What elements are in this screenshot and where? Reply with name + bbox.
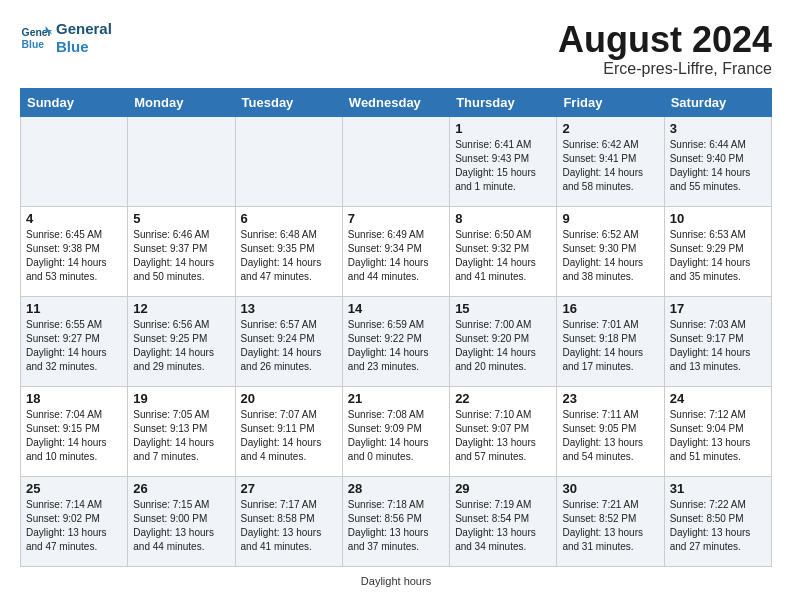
calendar-row-4: 25Sunrise: 7:14 AM Sunset: 9:02 PM Dayli… (21, 476, 772, 566)
day-number: 28 (348, 481, 444, 496)
day-number: 31 (670, 481, 766, 496)
day-number: 21 (348, 391, 444, 406)
day-number: 11 (26, 301, 122, 316)
day-info: Sunrise: 6:59 AM Sunset: 9:22 PM Dayligh… (348, 318, 444, 374)
day-info: Sunrise: 6:45 AM Sunset: 9:38 PM Dayligh… (26, 228, 122, 284)
calendar-cell: 21Sunrise: 7:08 AM Sunset: 9:09 PM Dayli… (342, 386, 449, 476)
day-info: Sunrise: 6:52 AM Sunset: 9:30 PM Dayligh… (562, 228, 658, 284)
day-number: 9 (562, 211, 658, 226)
day-info: Sunrise: 6:42 AM Sunset: 9:41 PM Dayligh… (562, 138, 658, 194)
day-number: 30 (562, 481, 658, 496)
calendar-cell: 27Sunrise: 7:17 AM Sunset: 8:58 PM Dayli… (235, 476, 342, 566)
calendar-row-0: 1Sunrise: 6:41 AM Sunset: 9:43 PM Daylig… (21, 116, 772, 206)
calendar-cell: 17Sunrise: 7:03 AM Sunset: 9:17 PM Dayli… (664, 296, 771, 386)
day-info: Sunrise: 7:18 AM Sunset: 8:56 PM Dayligh… (348, 498, 444, 554)
logo: General Blue General Blue (20, 20, 112, 56)
day-info: Sunrise: 6:50 AM Sunset: 9:32 PM Dayligh… (455, 228, 551, 284)
calendar-cell: 23Sunrise: 7:11 AM Sunset: 9:05 PM Dayli… (557, 386, 664, 476)
day-number: 17 (670, 301, 766, 316)
day-number: 26 (133, 481, 229, 496)
day-info: Sunrise: 7:19 AM Sunset: 8:54 PM Dayligh… (455, 498, 551, 554)
weekday-header-wednesday: Wednesday (342, 88, 449, 116)
day-info: Sunrise: 7:00 AM Sunset: 9:20 PM Dayligh… (455, 318, 551, 374)
title-block: August 2024 Erce-pres-Liffre, France (558, 20, 772, 78)
day-number: 12 (133, 301, 229, 316)
day-number: 16 (562, 301, 658, 316)
calendar-cell: 4Sunrise: 6:45 AM Sunset: 9:38 PM Daylig… (21, 206, 128, 296)
calendar-cell: 5Sunrise: 6:46 AM Sunset: 9:37 PM Daylig… (128, 206, 235, 296)
calendar-cell: 14Sunrise: 6:59 AM Sunset: 9:22 PM Dayli… (342, 296, 449, 386)
calendar-cell: 7Sunrise: 6:49 AM Sunset: 9:34 PM Daylig… (342, 206, 449, 296)
calendar-cell (235, 116, 342, 206)
day-info: Sunrise: 6:48 AM Sunset: 9:35 PM Dayligh… (241, 228, 337, 284)
day-info: Sunrise: 7:12 AM Sunset: 9:04 PM Dayligh… (670, 408, 766, 464)
calendar-cell: 20Sunrise: 7:07 AM Sunset: 9:11 PM Dayli… (235, 386, 342, 476)
day-number: 19 (133, 391, 229, 406)
calendar-cell (128, 116, 235, 206)
footer-text: Daylight hours (361, 575, 431, 587)
calendar-cell (21, 116, 128, 206)
day-number: 4 (26, 211, 122, 226)
page-header: General Blue General Blue August 2024 Er… (20, 20, 772, 78)
calendar-cell: 2Sunrise: 6:42 AM Sunset: 9:41 PM Daylig… (557, 116, 664, 206)
day-info: Sunrise: 7:07 AM Sunset: 9:11 PM Dayligh… (241, 408, 337, 464)
day-number: 23 (562, 391, 658, 406)
day-number: 13 (241, 301, 337, 316)
day-number: 22 (455, 391, 551, 406)
calendar-row-2: 11Sunrise: 6:55 AM Sunset: 9:27 PM Dayli… (21, 296, 772, 386)
day-info: Sunrise: 6:46 AM Sunset: 9:37 PM Dayligh… (133, 228, 229, 284)
logo-blue: Blue (56, 38, 112, 56)
day-info: Sunrise: 7:04 AM Sunset: 9:15 PM Dayligh… (26, 408, 122, 464)
weekday-header-thursday: Thursday (450, 88, 557, 116)
day-number: 27 (241, 481, 337, 496)
month-year-title: August 2024 (558, 20, 772, 60)
day-number: 1 (455, 121, 551, 136)
calendar-cell: 3Sunrise: 6:44 AM Sunset: 9:40 PM Daylig… (664, 116, 771, 206)
calendar-cell: 24Sunrise: 7:12 AM Sunset: 9:04 PM Dayli… (664, 386, 771, 476)
calendar-cell: 1Sunrise: 6:41 AM Sunset: 9:43 PM Daylig… (450, 116, 557, 206)
day-info: Sunrise: 7:05 AM Sunset: 9:13 PM Dayligh… (133, 408, 229, 464)
calendar-cell: 8Sunrise: 6:50 AM Sunset: 9:32 PM Daylig… (450, 206, 557, 296)
day-number: 2 (562, 121, 658, 136)
logo-icon: General Blue (20, 22, 52, 54)
day-info: Sunrise: 6:41 AM Sunset: 9:43 PM Dayligh… (455, 138, 551, 194)
day-number: 15 (455, 301, 551, 316)
day-number: 20 (241, 391, 337, 406)
day-number: 25 (26, 481, 122, 496)
weekday-header-saturday: Saturday (664, 88, 771, 116)
weekday-header-row: SundayMondayTuesdayWednesdayThursdayFrid… (21, 88, 772, 116)
day-number: 3 (670, 121, 766, 136)
day-info: Sunrise: 7:14 AM Sunset: 9:02 PM Dayligh… (26, 498, 122, 554)
calendar-cell: 29Sunrise: 7:19 AM Sunset: 8:54 PM Dayli… (450, 476, 557, 566)
location-label: Erce-pres-Liffre, France (558, 60, 772, 78)
calendar-cell: 13Sunrise: 6:57 AM Sunset: 9:24 PM Dayli… (235, 296, 342, 386)
svg-text:Blue: Blue (22, 39, 45, 50)
day-number: 7 (348, 211, 444, 226)
calendar-row-1: 4Sunrise: 6:45 AM Sunset: 9:38 PM Daylig… (21, 206, 772, 296)
calendar-table: SundayMondayTuesdayWednesdayThursdayFrid… (20, 88, 772, 567)
day-number: 24 (670, 391, 766, 406)
day-number: 18 (26, 391, 122, 406)
day-info: Sunrise: 7:11 AM Sunset: 9:05 PM Dayligh… (562, 408, 658, 464)
day-info: Sunrise: 6:53 AM Sunset: 9:29 PM Dayligh… (670, 228, 766, 284)
calendar-cell: 16Sunrise: 7:01 AM Sunset: 9:18 PM Dayli… (557, 296, 664, 386)
calendar-row-3: 18Sunrise: 7:04 AM Sunset: 9:15 PM Dayli… (21, 386, 772, 476)
calendar-cell: 25Sunrise: 7:14 AM Sunset: 9:02 PM Dayli… (21, 476, 128, 566)
day-info: Sunrise: 7:17 AM Sunset: 8:58 PM Dayligh… (241, 498, 337, 554)
day-number: 10 (670, 211, 766, 226)
weekday-header-friday: Friday (557, 88, 664, 116)
calendar-cell: 26Sunrise: 7:15 AM Sunset: 9:00 PM Dayli… (128, 476, 235, 566)
day-info: Sunrise: 7:21 AM Sunset: 8:52 PM Dayligh… (562, 498, 658, 554)
calendar-cell (342, 116, 449, 206)
day-info: Sunrise: 7:01 AM Sunset: 9:18 PM Dayligh… (562, 318, 658, 374)
day-info: Sunrise: 7:10 AM Sunset: 9:07 PM Dayligh… (455, 408, 551, 464)
weekday-header-tuesday: Tuesday (235, 88, 342, 116)
calendar-cell: 10Sunrise: 6:53 AM Sunset: 9:29 PM Dayli… (664, 206, 771, 296)
calendar-cell: 30Sunrise: 7:21 AM Sunset: 8:52 PM Dayli… (557, 476, 664, 566)
day-number: 6 (241, 211, 337, 226)
day-info: Sunrise: 6:57 AM Sunset: 9:24 PM Dayligh… (241, 318, 337, 374)
calendar-cell: 31Sunrise: 7:22 AM Sunset: 8:50 PM Dayli… (664, 476, 771, 566)
day-info: Sunrise: 7:22 AM Sunset: 8:50 PM Dayligh… (670, 498, 766, 554)
calendar-cell: 15Sunrise: 7:00 AM Sunset: 9:20 PM Dayli… (450, 296, 557, 386)
calendar-cell: 9Sunrise: 6:52 AM Sunset: 9:30 PM Daylig… (557, 206, 664, 296)
